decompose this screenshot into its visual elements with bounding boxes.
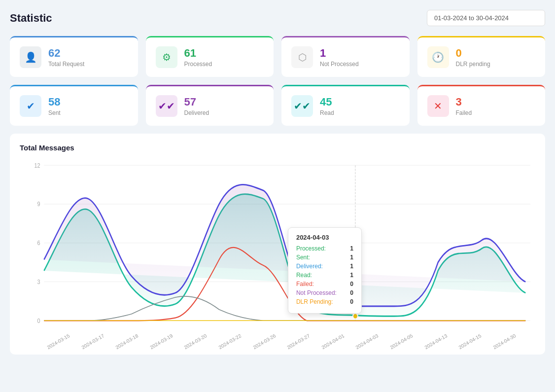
stat-icon-total-request: 👤 (20, 46, 41, 68)
stat-icon-processed: ⚙ (156, 46, 177, 68)
tooltip-row-processed: Processed:1 (296, 245, 353, 252)
stat-card-read: ✔✔ 45 Read (281, 85, 410, 126)
stat-label-dlr-pending: DLR pending (456, 61, 490, 68)
stat-info-processed: 61 Processed (184, 47, 212, 68)
tooltip-label-not-processed: Not Processed: (296, 289, 337, 296)
chart-container: Total Messages 12 9 6 3 0 (10, 134, 545, 355)
stat-value-dlr-pending: 0 (456, 47, 490, 60)
tooltip-row-failed: Failed:0 (296, 281, 353, 287)
tooltip-label-sent: Sent: (296, 254, 310, 261)
svg-point-11 (353, 314, 358, 319)
stat-card-sent: ✔ 58 Sent (10, 85, 138, 126)
tooltip-label-failed: Failed: (296, 281, 314, 287)
stat-icon-delivered: ✔✔ (156, 95, 177, 117)
chart-title: Total Messages (20, 143, 535, 152)
stat-value-processed: 61 (184, 47, 212, 60)
stat-card-not-processed: ⬡ 1 Not Processed (281, 36, 410, 77)
stat-card-delivered: ✔✔ 57 Delivered (146, 85, 274, 126)
stat-icon-dlr-pending: 🕐 (427, 46, 449, 68)
stat-icon-sent: ✔ (20, 95, 41, 117)
tooltip-row-sent: Sent:1 (296, 254, 353, 261)
tooltip-row-delivered: Delivered:1 (296, 263, 353, 270)
stat-info-delivered: 57 Delivered (184, 96, 209, 116)
tooltip-val-delivered: 1 (350, 263, 353, 270)
tooltip-row-read: Read:1 (296, 272, 353, 279)
stat-value-not-processed: 1 (320, 47, 359, 60)
stat-icon-not-processed: ⬡ (291, 46, 313, 68)
stat-label-not-processed: Not Processed (320, 61, 359, 68)
stat-card-total-request: 👤 62 Total Request (10, 36, 138, 77)
chart-tooltip: 2024-04-03 Processed:1Sent:1Delivered:1R… (288, 227, 362, 314)
tooltip-label-read: Read: (296, 272, 312, 279)
chart-svg: 12 9 6 3 0 (20, 160, 535, 337)
page-header: Statistic (10, 10, 545, 26)
tooltip-val-dlr-pending: 0 (350, 298, 353, 305)
svg-text:3: 3 (37, 278, 40, 285)
tooltip-val-sent: 1 (350, 254, 353, 261)
stat-info-not-processed: 1 Not Processed (320, 47, 359, 68)
stat-label-failed: Failed (456, 109, 472, 116)
stat-info-read: 45 Read (320, 96, 334, 116)
tooltip-row-dlr-pending: DLR Pending:0 (296, 298, 353, 305)
stat-label-read: Read (320, 109, 334, 116)
tooltip-val-read: 1 (350, 272, 353, 279)
tooltip-val-processed: 1 (350, 245, 353, 252)
stat-icon-read: ✔✔ (291, 95, 313, 117)
svg-text:0: 0 (37, 317, 40, 324)
stat-value-delivered: 57 (184, 96, 209, 108)
svg-text:6: 6 (37, 240, 40, 247)
tooltip-val-not-processed: 0 (350, 289, 353, 296)
stat-label-delivered: Delivered (184, 109, 209, 116)
tooltip-label-delivered: Delivered: (296, 263, 323, 270)
tooltip-row-not-processed: Not Processed:0 (296, 289, 353, 296)
stat-info-failed: 3 Failed (456, 96, 472, 116)
tooltip-label-dlr-pending: DLR Pending: (296, 298, 333, 305)
chart-area: 12 9 6 3 0 (20, 160, 535, 337)
stat-value-read: 45 (320, 96, 334, 108)
stat-card-dlr-pending: 🕐 0 DLR pending (417, 36, 546, 77)
tooltip-date: 2024-04-03 (296, 234, 353, 241)
date-range-input[interactable] (427, 10, 545, 26)
stat-card-processed: ⚙ 61 Processed (146, 36, 274, 77)
svg-text:12: 12 (34, 162, 40, 169)
stat-info-dlr-pending: 0 DLR pending (456, 47, 490, 68)
stat-info-sent: 58 Sent (48, 96, 61, 116)
page-title: Statistic (10, 12, 52, 25)
tooltip-val-failed: 0 (350, 281, 353, 287)
stat-label-total-request: Total Request (48, 61, 84, 68)
stat-value-failed: 3 (456, 96, 472, 108)
stat-label-sent: Sent (48, 109, 61, 116)
svg-text:9: 9 (37, 201, 40, 208)
tooltip-label-processed: Processed: (296, 245, 326, 252)
stats-row2: ✔ 58 Sent ✔✔ 57 Delivered ✔✔ 45 Read ✕ (10, 85, 545, 126)
stat-label-processed: Processed (184, 61, 212, 68)
stat-card-failed: ✕ 3 Failed (417, 85, 546, 126)
stats-row1: 👤 62 Total Request ⚙ 61 Processed ⬡ 1 No… (10, 36, 545, 77)
stat-value-total-request: 62 (48, 47, 84, 60)
stat-icon-failed: ✕ (427, 95, 449, 117)
stat-value-sent: 58 (48, 96, 61, 108)
stat-info-total-request: 62 Total Request (48, 47, 84, 68)
x-axis-labels: 2024-03-152024-03-172024-03-182024-03-19… (20, 339, 535, 345)
